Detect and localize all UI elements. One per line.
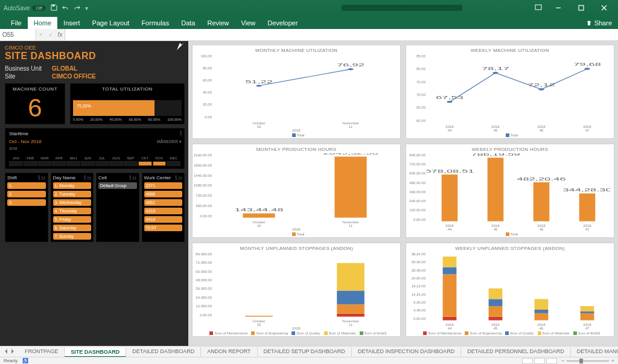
sheet-tab[interactable]: FRONTPAGE [19,347,65,357]
save-icon[interactable] [51,4,57,12]
name-box[interactable]: O55 [0,29,36,40]
tab-nav-prev[interactable] [4,349,8,355]
ribbon-tab-view[interactable]: View [235,17,262,29]
view-normal-icon[interactable] [522,358,533,364]
month-label: MAR [38,156,52,160]
slicer-item[interactable]: 2. Tuesday [53,191,92,197]
slicer-item[interactable]: 3. Wednesday [53,199,92,206]
ribbon-tab-developer[interactable]: Developer [261,17,304,29]
sheet-tab[interactable]: DETAILED PERSONNEL DASHBOARD [461,347,571,357]
slicer-item[interactable]: 4080 [144,191,183,197]
fx-icon[interactable]: fx [56,29,65,40]
cell-slicer[interactable]: Cell⟆ ⚏ Default Group [96,173,139,242]
slicer-icons[interactable]: ⟆ ⚏ [175,175,182,180]
slicer-item[interactable]: 3. [7,199,46,206]
month-cell[interactable] [52,161,66,166]
close-button[interactable] [594,2,614,14]
chart-monthly_hours[interactable]: MONTHLY PRODUCTION HOURS2160,00.001800,0… [192,144,401,238]
timeline-range: Oct - Nov 2018 [9,139,180,144]
slicer-item[interactable]: 4316 [144,208,183,214]
day-slicer[interactable]: Day Name⟆ ⚏ 1. Monday2. Tuesday3. Wednes… [51,173,94,242]
month-cell[interactable] [153,161,167,166]
timeline-unit[interactable]: MÅNEDER ▾ [157,139,182,144]
sheet-tab[interactable]: DETAILED MANUAL DASHBOARD [571,347,618,357]
chart-legend: Sum of MaintenanceSum of EngineeringSum … [406,331,614,335]
sheet-tab[interactable]: SITE DASHBOARD [65,348,126,357]
month-cell[interactable] [9,161,23,166]
chart-weekly_hours[interactable]: WEEKLY PRODUCTION HOURS840,00.00720,00.0… [406,144,614,238]
chart-weekly_stop[interactable]: WEEKLY UNPLANNED STOPPAGES (ANDON)38,24.… [406,243,614,337]
svg-rect-32 [337,304,365,313]
fx-cancel-icon[interactable]: × [36,29,46,40]
cell-title: Cell [98,175,107,180]
view-page-break-icon[interactable] [546,358,557,364]
slicer-item[interactable]: 1. Monday [53,182,92,189]
slicer-item[interactable]: 2271 [144,182,183,189]
month-cell[interactable] [24,161,37,166]
slicer-icons[interactable]: ⟆ ⚏ [38,175,45,180]
slicer-item[interactable]: 1. [7,182,46,189]
month-cell[interactable] [109,161,123,166]
sheet-tab-strip: FRONTPAGESITE DASHBOARDDETAILED DASHBOAR… [0,346,618,357]
undo-icon[interactable] [62,4,69,12]
fx-accept-icon[interactable]: ✓ [46,29,56,40]
redo-icon[interactable] [74,4,80,12]
svg-rect-31 [337,314,365,317]
wc-slicer[interactable]: Work Center⟆ ⚏ 22714080408143164418TEST [142,173,185,242]
formula-input[interactable] [65,29,618,40]
sheet-tab[interactable]: ANDON REPORT [201,347,257,357]
month-cell[interactable] [81,161,95,166]
bu-label: Business Unit [5,65,47,72]
ribbon-tab-home[interactable]: Home [28,17,57,29]
month-cell[interactable] [167,161,180,166]
ribbon-tab-page-layout[interactable]: Page Layout [86,17,136,29]
shift-slicer[interactable]: Shift⟆ ⚏ 1.2.3. [5,173,48,242]
share-button[interactable]: Share [580,17,618,29]
chart-legend: Total [193,232,400,236]
maximize-button[interactable] [571,2,591,14]
quick-access-toolbar: ▾ [51,4,88,12]
zoom-slider[interactable]: −+ [562,358,614,363]
month-cell[interactable] [38,161,52,166]
slicer-item[interactable]: 2. [7,191,46,197]
slicer-item[interactable]: Default Group [98,182,137,189]
slicer-item[interactable]: 4081 [144,199,183,206]
ribbon-tab-review[interactable]: Review [201,17,235,29]
wc-title: Work Center [144,175,171,180]
timeline-year: 2018 [9,147,180,150]
svg-point-12 [492,72,498,74]
autosave-toggle[interactable]: AutoSave Off [4,5,46,11]
slicer-icons[interactable]: ⟆ ⚏ [129,175,136,180]
chart-monthly_util[interactable]: MONTHLY MACHINE UTILIZATION100,0080,0060… [192,45,401,139]
sheet-tab[interactable]: DETAILED INSPECTION DASHBOARD [352,347,461,357]
ribbon-tab-data[interactable]: Data [175,17,201,29]
ribbon-tab-insert[interactable]: Insert [57,17,86,29]
ribbon-tab-file[interactable]: File [5,17,28,29]
month-cell[interactable] [95,161,109,166]
slicer-item[interactable]: 7. Sunday [53,233,92,240]
sheet-tab[interactable]: DETAILED DASHBOARD [126,347,201,357]
timeline-slicer[interactable]: Starttime ⟆ Oct - Nov 2018 MÅNEDER ▾ 201… [5,128,185,169]
month-cell[interactable] [124,161,138,166]
minimize-button[interactable] [548,2,569,14]
ribbon-tab-formulas[interactable]: Formulas [135,17,175,29]
accessibility-icon[interactable]: ♿ [22,358,28,363]
svg-text:79,68: 79,68 [573,63,601,67]
slicer-icons[interactable]: ⟆ ⚏ [84,175,91,180]
slicer-item[interactable]: 4. Thursday [53,208,92,214]
month-cell[interactable] [138,161,152,166]
slicer-item[interactable]: 6. Saturday [53,225,92,231]
tab-nav-next[interactable] [10,349,15,355]
sheet-tab[interactable]: DETAILED SETUP DASHBOARD [258,347,352,357]
view-page-layout-icon[interactable] [534,358,545,364]
chart-weekly_util[interactable]: WEEKLY MACHINE UTILIZATION85,0080,0075,0… [406,45,614,139]
month-cell[interactable] [66,161,80,166]
slicer-item[interactable]: 4418 [144,216,183,223]
ribbon-display-icon[interactable] [535,4,542,12]
slicer-item[interactable]: TEST [144,225,183,231]
svg-text:344,28.30: 344,28.30 [562,188,610,192]
clear-filter-icon[interactable]: ⟆ [180,130,182,136]
slicer-item[interactable]: 5. Friday [53,216,92,223]
chart-monthly_stop[interactable]: MONTHLY UNPLANNED STOPPAGES (ANDON)84,00… [192,243,401,337]
status-bar: Ready ♿ −+ [0,357,618,364]
